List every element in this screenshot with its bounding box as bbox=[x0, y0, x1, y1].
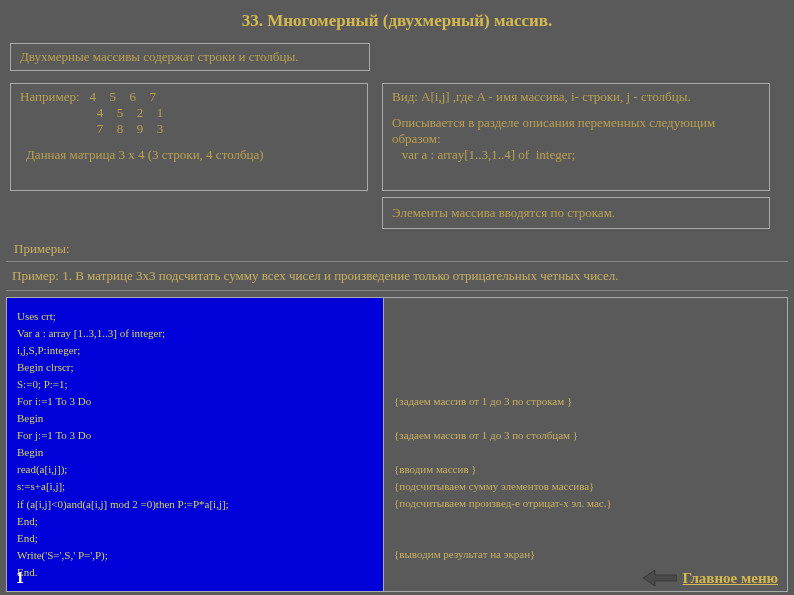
code-line: s:=s+a[i,j]; bbox=[17, 478, 373, 495]
matrix-cell: 2 bbox=[130, 105, 150, 121]
matrix-cell: 5 bbox=[103, 89, 123, 105]
intro-text: Двухмерные массивы содержат строки и сто… bbox=[20, 49, 298, 64]
examples-label: Примеры: bbox=[14, 241, 784, 257]
matrix-cell: 1 bbox=[150, 105, 170, 121]
matrix-cell: 5 bbox=[110, 105, 130, 121]
matrix-cell: 3 bbox=[150, 121, 170, 137]
note-box: Элементы массива вводятся по строкам. bbox=[382, 197, 770, 229]
matrix-cell: 4 bbox=[90, 105, 110, 121]
arrow-left-icon bbox=[643, 570, 677, 586]
page-number: 1 bbox=[16, 569, 24, 587]
code-line: Uses crt; bbox=[17, 308, 373, 325]
syntax-box: Вид: A[i,j] ,где A - имя массива, i- стр… bbox=[382, 83, 770, 191]
matrix-cell: 8 bbox=[110, 121, 130, 137]
matrix-caption: Данная матрица 3 x 4 (3 строки, 4 столбц… bbox=[20, 147, 358, 163]
matrix-cell: 7 bbox=[143, 89, 163, 105]
code-line: Begin bbox=[17, 410, 373, 427]
code-line: Var a : array [1..3,1..3] of integer; bbox=[17, 325, 373, 342]
code-line: S:=0; P:=1; bbox=[17, 376, 373, 393]
matrix-cell: 9 bbox=[130, 121, 150, 137]
main-menu-label: Главное меню bbox=[683, 570, 778, 587]
svg-marker-0 bbox=[643, 570, 677, 586]
matrix-cell: 7 bbox=[90, 121, 110, 137]
code-line: if (a[i,j]<0)and(a[i,j] mod 2 =0)then P:… bbox=[17, 496, 373, 513]
matrix-cell: 6 bbox=[123, 89, 143, 105]
example-label: Например: bbox=[20, 89, 80, 104]
code-line: For i:=1 To 3 Do bbox=[17, 393, 373, 410]
comment-line: {подсчитываем произвед-е отрицат-х эл. м… bbox=[394, 495, 777, 512]
code-line: read(a[i,j]); bbox=[17, 461, 373, 478]
comments-block: {задаем массив от 1 до 3 по строкам } {з… bbox=[384, 297, 788, 592]
code-line: For j:=1 To 3 Do bbox=[17, 427, 373, 444]
code-line: End; bbox=[17, 513, 373, 530]
code-line: Begin clrscr; bbox=[17, 359, 373, 376]
code-line: Begin bbox=[17, 444, 373, 461]
syntax-line: Описывается в разделе описания переменны… bbox=[392, 115, 760, 147]
code-block: Uses crt; Var a : array [1..3,1..3] of i… bbox=[6, 297, 384, 592]
comment-line: {задаем массив от 1 до 3 по строкам } bbox=[394, 393, 777, 410]
comment-line: {задаем массив от 1 до 3 по столбцам } bbox=[394, 427, 777, 444]
intro-box: Двухмерные массивы содержат строки и сто… bbox=[10, 43, 370, 71]
divider bbox=[6, 290, 788, 291]
code-line: Write('S=',S,' P=',P); bbox=[17, 547, 373, 564]
footer: 1 Главное меню bbox=[0, 569, 794, 587]
main-menu-link[interactable]: Главное меню bbox=[643, 570, 778, 587]
example-matrix-box: Например: 4 5 6 7 4 5 2 1 7 8 bbox=[10, 83, 368, 191]
matrix-cell: 4 bbox=[83, 89, 103, 105]
comment-line: {вводим массив } bbox=[394, 461, 777, 478]
note-text: Элементы массива вводятся по строкам. bbox=[392, 205, 615, 220]
example-1-text: Пример: 1. В матрице 3x3 подсчитать сумм… bbox=[0, 262, 794, 288]
comment-line: {выводим результат на экран} bbox=[394, 546, 777, 563]
comment-line: {подсчитываем сумму элементов массива} bbox=[394, 478, 777, 495]
code-line: i,j,S,P:integer; bbox=[17, 342, 373, 359]
syntax-line: var a : array[1..3,1..4] of integer; bbox=[392, 147, 760, 163]
page-title: 33. Многомерный (двухмерный) массив. bbox=[0, 0, 794, 37]
code-line: End; bbox=[17, 530, 373, 547]
syntax-line: Вид: A[i,j] ,где A - имя массива, i- стр… bbox=[392, 89, 760, 105]
